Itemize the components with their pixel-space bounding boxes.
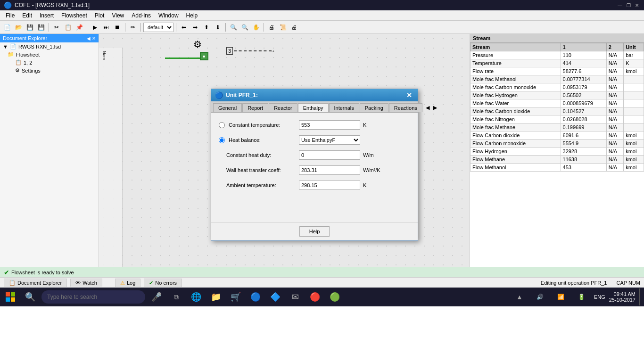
constant-temp-label: Constant temperature: bbox=[219, 122, 299, 128]
constant-heat-duty-unit: W/m bbox=[363, 152, 374, 158]
heat-balance-row: Heat balance: Use EnthalpyF bbox=[219, 135, 410, 145]
wall-heat-transfer-row: Wall heat transfer coeff: W/m²/K bbox=[219, 165, 410, 175]
constant-temp-unit: K bbox=[363, 122, 366, 128]
tab-scroll-right[interactable]: ▶ bbox=[431, 104, 439, 112]
dialog-close-button[interactable]: ✕ bbox=[405, 90, 414, 100]
ambient-temp-input[interactable] bbox=[299, 181, 360, 190]
heat-balance-select[interactable]: Use EnthalpyF bbox=[299, 135, 360, 145]
tab-enthalpy[interactable]: Enthalpy bbox=[298, 103, 329, 112]
dialog-tabs: General Report Reactor Enthalpy Internal… bbox=[211, 101, 418, 113]
ambient-temp-label: Ambient temperature: bbox=[219, 182, 299, 188]
dialog-content: Constant temperature: K Heat balance: Us… bbox=[211, 113, 418, 222]
wall-heat-transfer-input[interactable] bbox=[299, 165, 360, 175]
tab-scroll-left[interactable]: ◀ bbox=[424, 104, 431, 112]
modal-overlay: 🔵 Unit PFR_1: ✕ General Report Reactor E… bbox=[0, 0, 644, 362]
dialog: 🔵 Unit PFR_1: ✕ General Report Reactor E… bbox=[211, 89, 418, 241]
constant-temperature-row: Constant temperature: K bbox=[219, 120, 410, 130]
dialog-titlebar: 🔵 Unit PFR_1: ✕ bbox=[211, 89, 418, 101]
tab-internals[interactable]: Internals bbox=[329, 103, 359, 112]
tab-report[interactable]: Report bbox=[242, 103, 268, 112]
tab-reactions[interactable]: Reactions bbox=[389, 103, 422, 112]
heat-balance-label: Heat balance: bbox=[219, 137, 299, 143]
constant-heat-duty-label: Constant heat duty: bbox=[219, 152, 299, 158]
ambient-temp-row: Ambient temperature: K bbox=[219, 181, 410, 190]
tab-general[interactable]: General bbox=[213, 103, 242, 112]
help-button[interactable]: Help bbox=[299, 226, 330, 237]
dialog-title: Unit PFR_1: bbox=[226, 92, 258, 99]
dialog-footer: Help bbox=[211, 222, 418, 240]
constant-heat-duty-row: Constant heat duty: W/m bbox=[219, 150, 410, 160]
tab-reactor[interactable]: Reactor bbox=[269, 103, 297, 112]
constant-heat-duty-input[interactable] bbox=[299, 150, 360, 160]
dialog-icon: 🔵 bbox=[215, 91, 223, 99]
constant-temp-input[interactable] bbox=[299, 120, 360, 130]
ambient-temp-unit: K bbox=[363, 182, 366, 188]
constant-temp-radio[interactable] bbox=[219, 122, 225, 128]
dialog-spacer bbox=[219, 196, 410, 214]
heat-balance-radio[interactable] bbox=[219, 137, 225, 143]
tab-packing[interactable]: Packing bbox=[360, 103, 388, 112]
wall-heat-transfer-unit: W/m²/K bbox=[363, 167, 380, 173]
wall-heat-transfer-label: Wall heat transfer coeff: bbox=[219, 167, 299, 173]
